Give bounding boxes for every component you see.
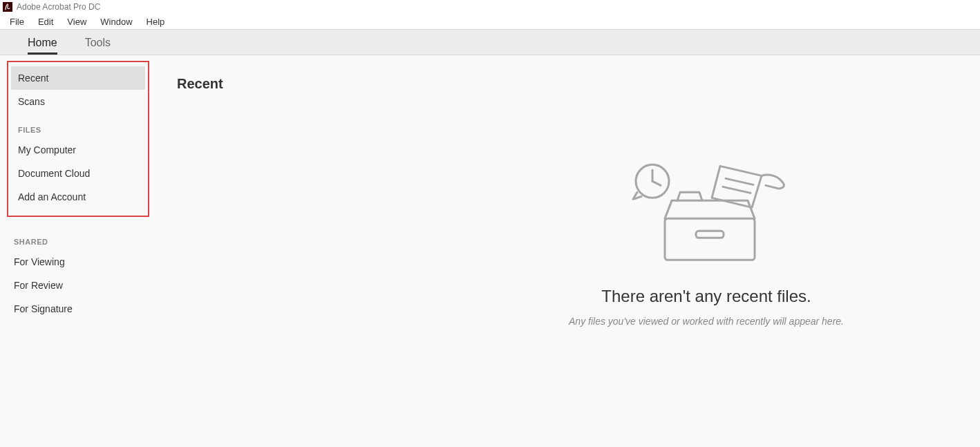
svg-line-5 — [726, 178, 753, 184]
empty-state-headline: There aren't any recent files. — [534, 287, 879, 306]
menu-help[interactable]: Help — [140, 15, 172, 29]
svg-line-6 — [723, 187, 751, 193]
sidebar-item-for-signature[interactable]: For Signature — [7, 297, 149, 321]
acrobat-app-icon — [3, 2, 12, 12]
menu-file[interactable]: File — [3, 15, 31, 29]
sidebar-header-files: FILES — [11, 113, 145, 138]
menubar: File Edit View Window Help — [0, 14, 980, 30]
menu-window[interactable]: Window — [93, 15, 139, 29]
svg-line-2 — [652, 181, 661, 185]
empty-recent-illustration-icon — [623, 159, 789, 269]
menu-view[interactable]: View — [60, 15, 93, 29]
content-area: Recent Scans FILES My Computer Document … — [0, 55, 980, 447]
tabbar: Home Tools — [0, 30, 980, 55]
titlebar: Adobe Acrobat Pro DC — [0, 0, 980, 14]
page-title: Recent — [177, 76, 959, 92]
sidebar-item-my-computer[interactable]: My Computer — [11, 138, 145, 162]
app-title: Adobe Acrobat Pro DC — [17, 2, 100, 12]
svg-rect-4 — [696, 231, 724, 238]
sidebar-item-scans[interactable]: Scans — [11, 90, 145, 113]
empty-state: There aren't any recent files. Any files… — [534, 159, 879, 327]
sidebar-item-add-account[interactable]: Add an Account — [11, 185, 145, 209]
sidebar-item-for-review[interactable]: For Review — [7, 274, 149, 297]
sidebar: Recent Scans FILES My Computer Document … — [0, 55, 156, 447]
menu-edit[interactable]: Edit — [31, 15, 60, 29]
sidebar-item-recent[interactable]: Recent — [11, 66, 145, 90]
tab-tools[interactable]: Tools — [85, 37, 111, 55]
highlight-annotation-box: Recent Scans FILES My Computer Document … — [7, 61, 149, 217]
sidebar-header-shared: SHARED — [7, 225, 149, 250]
empty-state-subtext: Any files you've viewed or worked with r… — [534, 316, 879, 327]
sidebar-item-document-cloud[interactable]: Document Cloud — [11, 162, 145, 185]
svg-rect-3 — [665, 218, 755, 260]
tab-home[interactable]: Home — [28, 37, 57, 55]
sidebar-item-for-viewing[interactable]: For Viewing — [7, 250, 149, 274]
main-panel: Recent — [156, 55, 980, 447]
